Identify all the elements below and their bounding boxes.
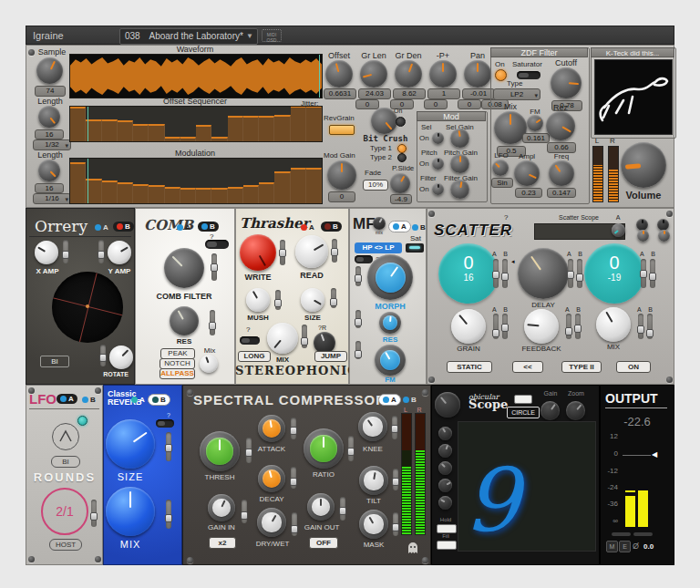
scatter-aux-knob-1[interactable]	[637, 230, 649, 242]
offset-sequencer-display[interactable]	[69, 106, 323, 142]
length2-knob[interactable]	[38, 160, 60, 181]
sequencer-step[interactable]	[102, 181, 118, 203]
output-fader-left[interactable]	[612, 532, 631, 536]
scatter-help[interactable]: ?	[504, 213, 508, 222]
x-amp-knob[interactable]	[35, 241, 58, 264]
sequencer-step[interactable]	[228, 116, 243, 141]
revgrain-button[interactable]	[329, 125, 355, 135]
jitter-pitch[interactable]: 0	[458, 99, 481, 109]
feedback-slider-a[interactable]	[566, 314, 571, 339]
pan-knob[interactable]	[464, 60, 491, 88]
pitch-gain-knob[interactable]	[450, 154, 469, 173]
mfg-slider-1[interactable]	[355, 266, 361, 286]
sequencer-step[interactable]	[133, 184, 149, 203]
pslide-value[interactable]: -4.9	[390, 194, 412, 204]
ampl-value[interactable]: 0.23	[515, 188, 542, 198]
midi-osd-button[interactable]: MIDI OSD	[262, 29, 282, 42]
comb-allpass-button[interactable]: ALLPASS	[160, 368, 195, 379]
size-slider[interactable]	[331, 288, 336, 308]
decay-slider[interactable]	[291, 467, 296, 489]
y-amp-slider[interactable]	[98, 240, 104, 263]
lfo-wave-icon[interactable]	[52, 423, 79, 450]
mask-slider[interactable]	[393, 512, 398, 536]
scope-side-knob-5[interactable]	[438, 496, 452, 510]
chevron-down-icon[interactable]: ▼	[246, 29, 253, 43]
scatter-mix-slider-b[interactable]	[647, 314, 653, 339]
delay-knob[interactable]	[518, 248, 569, 299]
phase-invert-icon[interactable]: Ø	[633, 542, 639, 551]
comb-filter-knob[interactable]	[164, 248, 204, 288]
sequencer-step[interactable]	[211, 137, 227, 141]
scatter-mix-slider-a[interactable]	[638, 314, 643, 339]
thresh-knob[interactable]	[200, 431, 240, 471]
feedback-slider-b[interactable]	[575, 314, 581, 339]
lfo-host-button[interactable]: HOST	[49, 539, 82, 551]
reverb-b-button[interactable]: B	[148, 394, 170, 406]
mask-knob[interactable]	[359, 510, 388, 539]
sequencer-step[interactable]	[259, 182, 274, 203]
ratio-slider[interactable]	[348, 436, 354, 461]
grain-knob[interactable]	[451, 309, 486, 344]
rotate-knob[interactable]	[109, 346, 133, 369]
scope-side-knob-1[interactable]	[438, 427, 452, 440]
sequencer-step[interactable]	[274, 115, 290, 141]
scope-zoom-knob[interactable]	[566, 401, 585, 420]
cutoff-knob[interactable]	[551, 67, 582, 98]
mfg-slider-2[interactable]	[355, 310, 361, 328]
rez-knob[interactable]	[546, 111, 575, 140]
scope-side-knob-3[interactable]	[438, 461, 452, 475]
sequencer-step[interactable]	[211, 188, 227, 203]
ampl-knob[interactable]	[514, 160, 540, 186]
scatter-slider-3b[interactable]	[650, 259, 655, 288]
thrasher-mix-knob[interactable]	[267, 323, 298, 354]
type2-button[interactable]: TYPE II	[561, 361, 602, 373]
sequencer-step[interactable]	[228, 187, 243, 203]
mush-knob[interactable]	[246, 288, 270, 312]
x-amp-slider[interactable]	[63, 240, 68, 263]
thrasher-long-toggle[interactable]	[240, 336, 260, 345]
mfg-b-button[interactable]: B	[412, 223, 426, 232]
sequencer-step[interactable]	[133, 124, 149, 141]
reverb-help[interactable]: ?	[167, 412, 170, 418]
volume-knob[interactable]	[621, 142, 666, 188]
length1-division-dropdown[interactable]: 1/32▾	[33, 139, 71, 150]
mfg-fm-knob[interactable]	[375, 345, 406, 376]
mfg-mode-button[interactable]: HP <> LP	[355, 242, 402, 253]
read-knob[interactable]	[295, 235, 328, 268]
rotate-slider[interactable]	[100, 345, 106, 366]
attack-slider[interactable]	[291, 418, 296, 439]
rewind-button[interactable]: <<	[512, 361, 543, 373]
sel-gain-knob[interactable]	[450, 129, 469, 148]
scope-fill-button[interactable]	[437, 541, 457, 550]
sequencer-step[interactable]	[306, 106, 322, 141]
sequencer-step[interactable]	[196, 188, 211, 203]
feedback-knob[interactable]	[524, 309, 559, 344]
reverb-a-button[interactable]: A	[131, 396, 145, 404]
offset-value[interactable]: 0.6631	[324, 88, 356, 99]
reverb-mix-knob[interactable]	[106, 487, 155, 536]
scope-gain-knob[interactable]	[540, 401, 560, 420]
thrasher-a-button[interactable]: A	[301, 223, 314, 232]
comb-mode-toggle[interactable]	[205, 240, 229, 249]
scope-side-knob-2[interactable]	[438, 444, 452, 458]
grden-knob[interactable]	[395, 60, 422, 88]
filter-on-knob[interactable]	[432, 183, 444, 195]
knee-slider[interactable]	[392, 416, 397, 439]
orrery-bi-button[interactable]: BI	[40, 356, 69, 367]
modulation-display[interactable]	[69, 158, 323, 204]
comb-b-button[interactable]: B	[198, 222, 219, 232]
scatter-right-display[interactable]: 0 -19	[584, 243, 644, 304]
e-button[interactable]: E	[619, 541, 631, 552]
mush-slider[interactable]	[275, 290, 281, 310]
sequencer-step[interactable]	[102, 119, 118, 141]
y-amp-knob[interactable]	[108, 241, 131, 264]
lfo-b-button[interactable]: B	[82, 396, 96, 404]
gain-out-slider[interactable]	[340, 497, 345, 521]
zdf-fm-value[interactable]: 0.161	[522, 133, 550, 143]
write-knob[interactable]	[240, 234, 276, 271]
decay-knob[interactable]	[258, 465, 285, 492]
spectral-a-button[interactable]: A	[378, 394, 401, 406]
comb-mix-knob[interactable]	[200, 355, 218, 373]
mono-button[interactable]: M	[606, 541, 618, 552]
scatter-slider-1b[interactable]	[502, 259, 508, 288]
